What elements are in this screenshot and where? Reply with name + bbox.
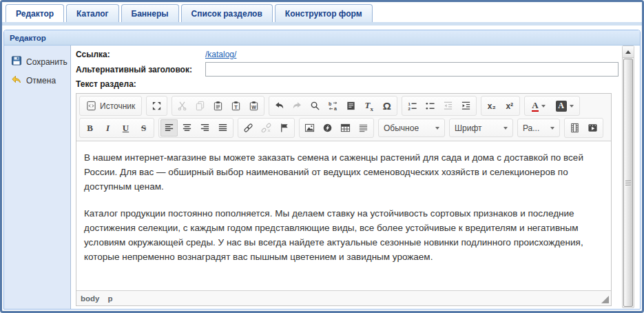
filmstrip-icon — [570, 123, 580, 133]
unlink-icon — [261, 123, 271, 133]
table-button[interactable] — [337, 119, 354, 137]
link-label: Ссылка: — [76, 50, 205, 59]
iframe-button[interactable] — [566, 119, 583, 137]
paste-button[interactable] — [209, 97, 227, 114]
save-floppy-icon — [11, 55, 22, 68]
video-button[interactable] — [584, 119, 601, 137]
paste-from-word-button[interactable]: W — [245, 97, 262, 114]
numbered-list-button[interactable]: 12 — [404, 97, 421, 114]
sidebar: Сохранить Отмена — [4, 46, 71, 309]
undo-icon — [274, 101, 284, 111]
element-path-body[interactable]: body — [81, 294, 99, 303]
background-color-button[interactable]: A — [550, 97, 578, 114]
replace-button[interactable]: ba — [324, 97, 342, 114]
image-button[interactable] — [301, 119, 318, 137]
select-all-button[interactable] — [342, 97, 360, 114]
tab-label: Редактор — [16, 9, 54, 19]
app-window: Редактор Каталог Баннеры Список разделов… — [0, 0, 644, 313]
tab-editor[interactable]: Редактор — [6, 4, 64, 22]
italic-icon: I — [106, 123, 110, 134]
special-char-icon: Ω — [383, 100, 391, 112]
alt-title-input[interactable] — [205, 62, 619, 77]
section-link[interactable]: /katalog/ — [205, 50, 236, 59]
remove-format-button[interactable]: Tx — [360, 97, 377, 114]
tab-form-builder[interactable]: Конструктор форм — [275, 4, 373, 22]
maximize-button[interactable] — [148, 97, 165, 114]
arrow-up-icon — [625, 50, 631, 54]
strikethrough-button[interactable]: S — [135, 119, 152, 137]
editor-toolbar: Источник T W — [76, 94, 611, 141]
chevron-down-icon — [435, 127, 439, 130]
font-dropdown[interactable]: Шрифт — [449, 119, 513, 137]
link-row: Ссылка: /katalog/ — [76, 50, 619, 59]
superscript-button[interactable]: x² — [501, 97, 518, 114]
scrollbar-grip-icon — [625, 183, 631, 183]
text-label-row: Текст раздела: — [76, 79, 619, 89]
special-char-button[interactable]: Ω — [378, 97, 395, 114]
maximize-icon — [152, 101, 162, 111]
redo-button[interactable] — [289, 97, 306, 114]
find-button[interactable] — [307, 97, 324, 114]
text-color-button[interactable]: A — [526, 97, 549, 114]
horizontal-rule-icon — [358, 123, 368, 133]
subscript-button[interactable]: x₂ — [483, 97, 500, 114]
copy-button[interactable] — [191, 97, 209, 114]
svg-text:2: 2 — [408, 106, 411, 111]
link-icon — [243, 123, 253, 133]
paragraph-format-value: Обычное — [384, 123, 419, 133]
editor-content-area[interactable]: В нашем интернет-магазине вы можете зака… — [76, 141, 611, 290]
align-right-icon — [200, 123, 210, 133]
cut-button[interactable] — [174, 97, 191, 114]
strikethrough-icon: S — [141, 123, 146, 134]
flash-button[interactable] — [319, 119, 336, 137]
bold-button[interactable]: B — [81, 119, 98, 137]
cancel-button[interactable]: Отмена — [4, 71, 70, 90]
align-center-button[interactable] — [178, 119, 196, 137]
chevron-down-icon — [550, 127, 554, 130]
save-button[interactable]: Сохранить — [4, 52, 70, 71]
tab-catalog[interactable]: Каталог — [66, 4, 119, 22]
search-icon — [310, 101, 320, 111]
save-label: Сохранить — [26, 57, 67, 67]
indent-button[interactable] — [457, 97, 475, 114]
content-paragraph: Каталог продукции постоянно пополняется.… — [84, 207, 604, 265]
paste-plain-text-button[interactable]: T — [227, 97, 245, 114]
tab-banners[interactable]: Баннеры — [121, 4, 179, 22]
font-size-value: Ра... — [523, 123, 539, 133]
bulleted-list-button[interactable] — [422, 97, 439, 114]
link-button[interactable] — [240, 119, 257, 137]
font-size-dropdown[interactable]: Ра... — [517, 119, 560, 137]
italic-button[interactable]: I — [99, 119, 116, 137]
underline-icon: U — [123, 123, 129, 134]
select-all-icon — [346, 101, 356, 111]
superscript-icon: x² — [506, 101, 513, 111]
alt-title-label: Альтернативный заголовок: — [76, 65, 205, 74]
outdent-button[interactable] — [439, 97, 457, 114]
underline-button[interactable]: U — [117, 119, 134, 137]
unlink-button[interactable] — [258, 119, 275, 137]
editor-status-bar: body p — [76, 290, 611, 305]
background-color-icon: A — [556, 101, 567, 112]
align-left-button[interactable] — [160, 119, 178, 137]
content-paragraph: В нашем интернет-магазине вы можете зака… — [84, 151, 604, 194]
flash-icon — [322, 123, 333, 133]
source-button[interactable]: Источник — [81, 97, 140, 114]
align-right-button[interactable] — [196, 119, 214, 137]
outdent-icon — [443, 101, 453, 111]
resize-handle[interactable] — [601, 296, 609, 303]
horizontal-rule-button[interactable] — [355, 119, 372, 137]
vertical-scrollbar[interactable] — [622, 46, 634, 308]
paragraph-format-dropdown[interactable]: Обычное — [378, 119, 445, 137]
tab-section-list[interactable]: Список разделов — [181, 4, 273, 22]
redo-icon — [292, 101, 302, 111]
remove-format-icon: Tx — [365, 100, 373, 112]
anchor-button[interactable] — [276, 119, 293, 137]
element-path-p[interactable]: p — [107, 294, 112, 303]
scrollbar-up-button[interactable] — [623, 46, 634, 58]
undo-button[interactable] — [271, 97, 288, 114]
scrollbar-thumb[interactable] — [623, 59, 633, 307]
cancel-label: Отмена — [26, 76, 56, 85]
bulleted-list-icon — [425, 101, 435, 111]
justify-button[interactable] — [214, 119, 231, 137]
cancel-undo-icon — [11, 74, 22, 87]
